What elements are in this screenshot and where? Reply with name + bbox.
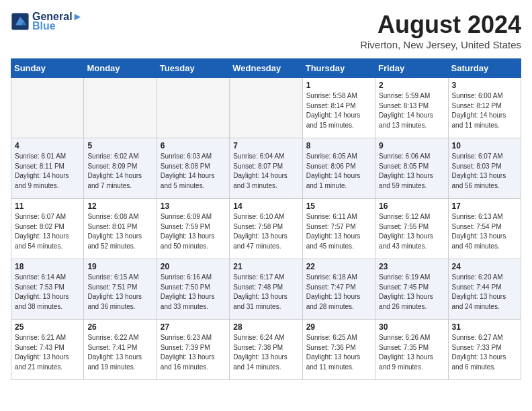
calendar-day-cell: 28Sunrise: 6:24 AM Sunset: 7:38 PM Dayli… [230, 320, 302, 380]
calendar-day-cell: 24Sunrise: 6:20 AM Sunset: 7:44 PM Dayli… [448, 259, 521, 320]
day-number: 23 [379, 262, 444, 271]
day-info: Sunrise: 6:04 AM Sunset: 8:07 PM Dayligh… [233, 152, 298, 191]
title-block: August 2024 Riverton, New Jersey, United… [360, 11, 521, 50]
day-number: 22 [306, 262, 371, 271]
day-info: Sunrise: 6:01 AM Sunset: 8:11 PM Dayligh… [15, 152, 80, 191]
day-number: 12 [87, 201, 152, 211]
day-number: 20 [161, 262, 226, 271]
day-number: 28 [233, 322, 298, 332]
day-info: Sunrise: 6:19 AM Sunset: 7:45 PM Dayligh… [379, 273, 444, 312]
day-number: 3 [452, 81, 517, 90]
day-number: 24 [452, 262, 517, 271]
calendar-day-cell: 22Sunrise: 6:18 AM Sunset: 7:47 PM Dayli… [302, 259, 375, 320]
calendar-day-cell: 20Sunrise: 6:16 AM Sunset: 7:50 PM Dayli… [157, 259, 229, 320]
weekday-header-sunday: Sunday [11, 59, 84, 78]
day-number: 10 [452, 141, 517, 150]
day-info: Sunrise: 6:18 AM Sunset: 7:47 PM Dayligh… [306, 273, 371, 312]
day-info: Sunrise: 6:14 AM Sunset: 7:53 PM Dayligh… [15, 273, 80, 312]
calendar-week-row: 1Sunrise: 5:58 AM Sunset: 8:14 PM Daylig… [11, 78, 521, 138]
calendar-day-cell: 5Sunrise: 6:02 AM Sunset: 8:09 PM Daylig… [84, 138, 157, 199]
day-info: Sunrise: 5:58 AM Sunset: 8:14 PM Dayligh… [306, 91, 371, 130]
calendar-day-cell: 29Sunrise: 6:25 AM Sunset: 7:36 PM Dayli… [302, 320, 375, 380]
day-info: Sunrise: 6:22 AM Sunset: 7:41 PM Dayligh… [87, 333, 152, 372]
calendar-week-row: 25Sunrise: 6:21 AM Sunset: 7:43 PM Dayli… [11, 320, 521, 380]
calendar-day-cell: 10Sunrise: 6:07 AM Sunset: 8:03 PM Dayli… [448, 138, 521, 199]
calendar-day-cell: 11Sunrise: 6:07 AM Sunset: 8:02 PM Dayli… [11, 199, 84, 259]
day-info: Sunrise: 6:00 AM Sunset: 8:12 PM Dayligh… [452, 91, 517, 130]
day-info: Sunrise: 6:06 AM Sunset: 8:05 PM Dayligh… [379, 152, 444, 191]
calendar-day-cell [157, 78, 229, 138]
calendar-day-cell: 19Sunrise: 6:15 AM Sunset: 7:51 PM Dayli… [84, 259, 157, 320]
day-number: 26 [87, 322, 152, 332]
day-info: Sunrise: 6:07 AM Sunset: 8:03 PM Dayligh… [452, 152, 517, 191]
day-number: 18 [15, 262, 80, 271]
calendar-day-cell [11, 78, 84, 138]
day-info: Sunrise: 6:24 AM Sunset: 7:38 PM Dayligh… [233, 333, 298, 372]
day-number: 7 [233, 141, 298, 150]
calendar-day-cell: 4Sunrise: 6:01 AM Sunset: 8:11 PM Daylig… [11, 138, 84, 199]
day-number: 27 [161, 322, 226, 332]
calendar-day-cell: 18Sunrise: 6:14 AM Sunset: 7:53 PM Dayli… [11, 259, 84, 320]
day-info: Sunrise: 6:15 AM Sunset: 7:51 PM Dayligh… [87, 273, 152, 312]
day-info: Sunrise: 6:25 AM Sunset: 7:36 PM Dayligh… [306, 333, 371, 372]
month-year: August 2024 [360, 11, 521, 39]
day-number: 30 [379, 322, 444, 332]
calendar-week-row: 4Sunrise: 6:01 AM Sunset: 8:11 PM Daylig… [11, 138, 521, 199]
day-info: Sunrise: 6:21 AM Sunset: 7:43 PM Dayligh… [15, 333, 80, 372]
day-info: Sunrise: 6:05 AM Sunset: 8:06 PM Dayligh… [306, 152, 371, 191]
calendar-day-cell: 7Sunrise: 6:04 AM Sunset: 8:07 PM Daylig… [230, 138, 302, 199]
calendar-day-cell: 8Sunrise: 6:05 AM Sunset: 8:06 PM Daylig… [302, 138, 375, 199]
day-info: Sunrise: 6:02 AM Sunset: 8:09 PM Dayligh… [87, 152, 152, 191]
logo: General► Blue [11, 11, 83, 32]
day-info: Sunrise: 6:09 AM Sunset: 7:59 PM Dayligh… [161, 212, 226, 251]
calendar-day-cell: 21Sunrise: 6:17 AM Sunset: 7:48 PM Dayli… [230, 259, 302, 320]
location: Riverton, New Jersey, United States [360, 39, 521, 50]
calendar-day-cell: 27Sunrise: 6:23 AM Sunset: 7:39 PM Dayli… [157, 320, 229, 380]
calendar-week-row: 11Sunrise: 6:07 AM Sunset: 8:02 PM Dayli… [11, 199, 521, 259]
day-info: Sunrise: 6:07 AM Sunset: 8:02 PM Dayligh… [15, 212, 80, 251]
page-header: General► Blue August 2024 Riverton, New … [11, 11, 521, 50]
day-number: 29 [306, 322, 371, 332]
day-info: Sunrise: 6:11 AM Sunset: 7:57 PM Dayligh… [306, 212, 371, 251]
day-info: Sunrise: 6:08 AM Sunset: 8:01 PM Dayligh… [87, 212, 152, 251]
day-number: 2 [379, 81, 444, 90]
weekday-header-row: SundayMondayTuesdayWednesdayThursdayFrid… [11, 59, 521, 78]
day-info: Sunrise: 6:20 AM Sunset: 7:44 PM Dayligh… [452, 273, 517, 312]
day-number: 16 [379, 201, 444, 211]
day-info: Sunrise: 6:27 AM Sunset: 7:33 PM Dayligh… [452, 333, 517, 372]
calendar-day-cell: 16Sunrise: 6:12 AM Sunset: 7:55 PM Dayli… [375, 199, 448, 259]
day-info: Sunrise: 6:17 AM Sunset: 7:48 PM Dayligh… [233, 273, 298, 312]
day-number: 9 [379, 141, 444, 150]
day-number: 5 [87, 141, 152, 150]
calendar-day-cell: 13Sunrise: 6:09 AM Sunset: 7:59 PM Dayli… [157, 199, 229, 259]
day-number: 17 [452, 201, 517, 211]
calendar-day-cell: 14Sunrise: 6:10 AM Sunset: 7:58 PM Dayli… [230, 199, 302, 259]
day-info: Sunrise: 6:10 AM Sunset: 7:58 PM Dayligh… [233, 212, 298, 251]
weekday-header-monday: Monday [84, 59, 157, 78]
calendar-day-cell: 9Sunrise: 6:06 AM Sunset: 8:05 PM Daylig… [375, 138, 448, 199]
calendar-day-cell: 2Sunrise: 5:59 AM Sunset: 8:13 PM Daylig… [375, 78, 448, 138]
day-info: Sunrise: 6:12 AM Sunset: 7:55 PM Dayligh… [379, 212, 444, 251]
calendar-day-cell: 1Sunrise: 5:58 AM Sunset: 8:14 PM Daylig… [302, 78, 375, 138]
calendar-week-row: 18Sunrise: 6:14 AM Sunset: 7:53 PM Dayli… [11, 259, 521, 320]
calendar-day-cell: 25Sunrise: 6:21 AM Sunset: 7:43 PM Dayli… [11, 320, 84, 380]
day-number: 14 [233, 201, 298, 211]
weekday-header-tuesday: Tuesday [157, 59, 229, 78]
weekday-header-friday: Friday [375, 59, 448, 78]
day-info: Sunrise: 6:16 AM Sunset: 7:50 PM Dayligh… [161, 273, 226, 312]
calendar-day-cell: 26Sunrise: 6:22 AM Sunset: 7:41 PM Dayli… [84, 320, 157, 380]
calendar-day-cell: 23Sunrise: 6:19 AM Sunset: 7:45 PM Dayli… [375, 259, 448, 320]
day-info: Sunrise: 5:59 AM Sunset: 8:13 PM Dayligh… [379, 91, 444, 130]
day-info: Sunrise: 6:26 AM Sunset: 7:35 PM Dayligh… [379, 333, 444, 372]
day-number: 25 [15, 322, 80, 332]
day-number: 6 [161, 141, 226, 150]
calendar-day-cell: 17Sunrise: 6:13 AM Sunset: 7:54 PM Dayli… [448, 199, 521, 259]
calendar-table: SundayMondayTuesdayWednesdayThursdayFrid… [11, 58, 521, 380]
day-number: 8 [306, 141, 371, 150]
weekday-header-saturday: Saturday [448, 59, 521, 78]
weekday-header-wednesday: Wednesday [230, 59, 302, 78]
day-number: 11 [15, 201, 80, 211]
day-number: 4 [15, 141, 80, 150]
day-number: 13 [161, 201, 226, 211]
logo-icon [11, 12, 30, 31]
